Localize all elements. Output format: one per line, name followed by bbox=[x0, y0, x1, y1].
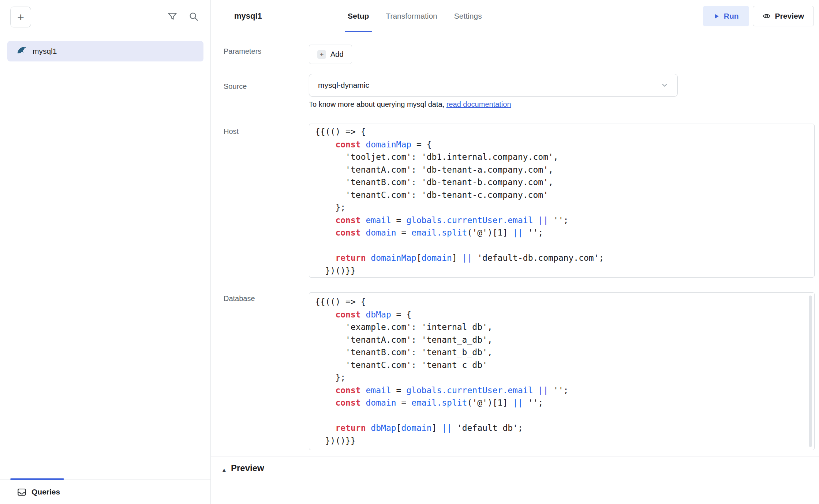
tab-settings-label: Settings bbox=[454, 12, 482, 20]
add-query-button[interactable]: + bbox=[10, 7, 31, 27]
source-select[interactable]: mysql-dynamic bbox=[309, 74, 678, 97]
eye-icon bbox=[763, 12, 771, 20]
queries-tab-label: Queries bbox=[31, 488, 60, 496]
preview-button-label: Preview bbox=[775, 12, 804, 20]
query-title: mysql1 bbox=[234, 0, 262, 32]
add-parameter-label: Add bbox=[330, 50, 344, 59]
query-list-item-mysql1[interactable]: mysql1 bbox=[7, 41, 203, 61]
code-line: 'tooljet.com': 'db1.internal.company.com… bbox=[315, 151, 808, 163]
chevron-down-icon bbox=[661, 81, 669, 89]
filter-icon[interactable] bbox=[166, 10, 179, 23]
code-line: 'tenantA.com': 'db-tenant-a.company.com'… bbox=[315, 163, 808, 176]
bottom-panel: Queries bbox=[0, 479, 210, 504]
plus-icon: + bbox=[317, 50, 326, 59]
code-line: 'tenantB.com': 'tenant_b_db', bbox=[315, 346, 808, 359]
code-line: })()}} bbox=[315, 435, 808, 447]
caret-up-icon: ▲ bbox=[221, 467, 227, 473]
code-line bbox=[315, 409, 808, 422]
source-helper-text: To know more about querying mysql data, … bbox=[309, 100, 511, 109]
mysql-icon bbox=[16, 45, 27, 57]
tab-setup-label: Setup bbox=[348, 12, 369, 20]
scrollbar-thumb[interactable] bbox=[809, 296, 812, 447]
code-line: const email = globals.currentUser.email … bbox=[315, 214, 808, 227]
preview-panel-label: Preview bbox=[231, 463, 264, 473]
query-editor: mysql1 Setup Transformation Settings Ru bbox=[211, 0, 819, 504]
code-line: {{(() => { bbox=[315, 125, 808, 138]
add-parameter-button[interactable]: + Add bbox=[309, 45, 352, 64]
query-editor-header: mysql1 Setup Transformation Settings Ru bbox=[211, 0, 819, 32]
app-window: + mysql1 bbox=[0, 0, 819, 504]
code-line bbox=[315, 239, 808, 252]
preview-button[interactable]: Preview bbox=[753, 6, 814, 26]
query-sidebar: + mysql1 bbox=[0, 0, 211, 504]
read-documentation-link[interactable]: read documentation bbox=[446, 100, 511, 108]
source-helper-prefix: To know more about querying mysql data, bbox=[309, 100, 446, 108]
code-line: }; bbox=[315, 201, 808, 214]
host-label: Host bbox=[224, 127, 239, 136]
queries-tab[interactable]: Queries bbox=[17, 479, 60, 504]
code-line: const domain = email.split('@')[1] || ''… bbox=[315, 396, 808, 409]
code-line: }; bbox=[315, 371, 808, 384]
code-line: const domainMap = { bbox=[315, 138, 808, 151]
source-select-value: mysql-dynamic bbox=[318, 81, 369, 90]
search-icon[interactable] bbox=[187, 10, 200, 23]
preview-panel-header[interactable]: ▲ Preview bbox=[211, 456, 819, 504]
code-line: 'tenantA.com': 'tenant_a_db', bbox=[315, 334, 808, 346]
host-code-editor[interactable]: {{(() => { const domainMap = { 'tooljet.… bbox=[309, 124, 815, 278]
code-line: const domain = email.split('@')[1] || ''… bbox=[315, 226, 808, 239]
code-line: 'tenantC.com': 'db-tenant-c.company.com' bbox=[315, 189, 808, 202]
tab-settings[interactable]: Settings bbox=[454, 0, 482, 32]
tab-transformation[interactable]: Transformation bbox=[386, 0, 437, 32]
code-line: 'tenantC.com': 'tenant_c_db' bbox=[315, 359, 808, 372]
database-label: Database bbox=[224, 294, 255, 303]
source-label: Source bbox=[224, 82, 247, 91]
run-button[interactable]: Run bbox=[703, 6, 749, 26]
code-line: return dbMap[domain] || 'default_db'; bbox=[315, 422, 808, 435]
code-line: {{(() => { bbox=[315, 296, 808, 308]
code-line: 'example.com': 'internal_db', bbox=[315, 321, 808, 334]
code-line: const dbMap = { bbox=[315, 308, 808, 321]
editor-tabs: Setup Transformation Settings bbox=[348, 0, 482, 32]
code-line: const email = globals.currentUser.email … bbox=[315, 384, 808, 397]
tab-transformation-label: Transformation bbox=[386, 12, 437, 20]
queries-icon bbox=[17, 487, 27, 497]
code-line: return domainMap[domain] || 'default-db.… bbox=[315, 252, 808, 264]
database-code-editor[interactable]: {{(() => { const dbMap = { 'example.com'… bbox=[309, 292, 815, 450]
header-actions: Run Preview bbox=[703, 6, 814, 26]
play-icon bbox=[713, 13, 719, 19]
code-line: 'tenantB.com': 'db-tenant-b.company.com'… bbox=[315, 176, 808, 189]
code-line: })()}} bbox=[315, 264, 808, 277]
run-button-label: Run bbox=[724, 12, 739, 20]
parameters-label: Parameters bbox=[224, 47, 261, 56]
tab-setup[interactable]: Setup bbox=[348, 0, 369, 32]
query-item-label: mysql1 bbox=[33, 47, 57, 56]
